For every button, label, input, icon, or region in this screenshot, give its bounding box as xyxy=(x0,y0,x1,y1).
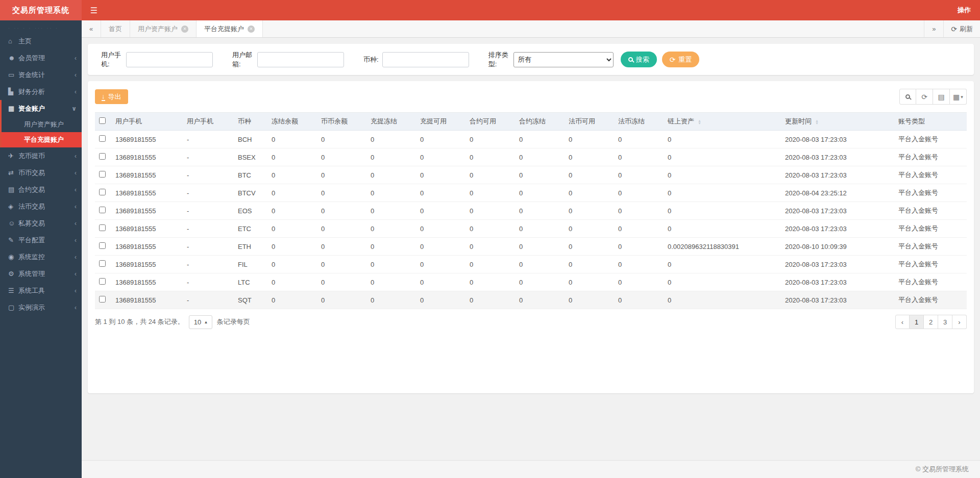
cell: - xyxy=(183,131,234,148)
member-icon: ☻ xyxy=(8,54,18,62)
sidebar-item-system-monitor[interactable]: ◉系统监控‹ xyxy=(2,248,82,265)
sidebar-item-finance-analysis[interactable]: ▙财务分析‹ xyxy=(2,83,82,100)
sort-type-select[interactable]: 所有 xyxy=(513,52,614,67)
page-button-3[interactable]: 3 xyxy=(938,315,952,329)
reset-button[interactable]: ⟳ 重置 xyxy=(662,52,700,67)
column-header[interactable]: 链上资产▲▼ xyxy=(664,113,781,131)
row-checkbox[interactable] xyxy=(99,189,106,195)
cell: 0 xyxy=(664,202,781,220)
row-checkbox[interactable] xyxy=(99,224,106,231)
cell: 0 xyxy=(267,238,317,256)
app-brand: 交易所管理系统 xyxy=(0,0,82,20)
search-button[interactable]: 搜索 xyxy=(621,52,657,67)
chevron-left-icon: ‹ xyxy=(75,270,77,278)
cell: 0 xyxy=(366,131,416,148)
page-size-button[interactable]: 10 ▴ xyxy=(189,315,212,329)
row-checkbox[interactable] xyxy=(99,296,106,303)
system-admin-icon: ⚙ xyxy=(8,270,18,278)
column-header-label: 充提冻结 xyxy=(371,117,397,125)
sidebar-item-fiat-trading[interactable]: ◈法币交易‹ xyxy=(2,198,82,215)
cell: 0 xyxy=(465,238,515,256)
sidebar-item-contract-trading[interactable]: ▤合约交易‹ xyxy=(2,181,82,198)
tab-refresh-button[interactable]: ⟳ 刷新 xyxy=(943,20,980,37)
cell: 0 xyxy=(267,148,317,166)
sidebar-item-demo[interactable]: ▢实例演示‹ xyxy=(2,299,82,316)
column-header[interactable]: 更新时间▲▼ xyxy=(781,113,894,131)
cell: 2020-08-03 17:23:03 xyxy=(781,131,894,148)
tabs-scroll-right-icon[interactable]: » xyxy=(924,20,943,37)
row-checkbox[interactable] xyxy=(99,171,106,178)
sidebar-item-deposit-withdraw[interactable]: ✈充币提币‹ xyxy=(2,147,82,164)
coin-input[interactable] xyxy=(382,52,469,67)
column-header-label: 用户手机 xyxy=(187,117,213,125)
sidebar-item-system-tools[interactable]: ☰系统工具‹ xyxy=(2,282,82,299)
sort-icon[interactable]: ▲▼ xyxy=(815,119,819,124)
sidebar: · ·· · · ··· ·· · ⌂主页☻会员管理‹▭资金统计‹▙财务分析‹▦… xyxy=(0,20,82,478)
cell: 0 xyxy=(366,202,416,220)
cell: 0 xyxy=(366,184,416,202)
tabs-scroll-left-icon[interactable]: « xyxy=(82,20,101,37)
cell: 0 xyxy=(366,238,416,256)
cell: ETC xyxy=(234,220,267,238)
user-email-input[interactable] xyxy=(257,52,344,67)
select-all-checkbox[interactable] xyxy=(99,117,106,124)
row-checkbox[interactable] xyxy=(99,260,106,267)
tab-platform-deposit-accounts[interactable]: 平台充提账户× xyxy=(197,20,263,37)
cell: 0 xyxy=(366,273,416,291)
row-checkbox[interactable] xyxy=(99,242,106,249)
cell: - xyxy=(183,202,234,220)
prev-page-button[interactable]: ‹ xyxy=(895,315,910,329)
sidebar-item-fund-accounts[interactable]: ▦资金账户∨ xyxy=(2,100,82,117)
chevron-left-icon: ‹ xyxy=(75,153,77,160)
cell: 平台入金账号 xyxy=(894,273,967,291)
action-menu[interactable]: 操作 xyxy=(948,0,980,20)
sidebar-item-home[interactable]: ⌂主页 xyxy=(2,33,82,49)
cell: 13689181555 xyxy=(111,238,183,256)
detail-view-button[interactable]: ▤ xyxy=(933,89,950,105)
toggle-search-button[interactable] xyxy=(899,89,916,105)
cell: 0 xyxy=(515,131,565,148)
user-phone-input[interactable] xyxy=(126,52,213,67)
sidebar-item-platform-config[interactable]: ✎平台配置‹ xyxy=(2,232,82,248)
tab-close-icon[interactable]: × xyxy=(181,26,188,33)
sidebar-item-label: 财务分析 xyxy=(18,87,45,96)
cell: 0 xyxy=(317,131,366,148)
cell: 0 xyxy=(614,131,664,148)
caret-up-icon: ▴ xyxy=(205,319,207,324)
cell: 0 xyxy=(565,220,614,238)
cell: 0 xyxy=(465,291,515,309)
sidebar-item-spot-trading[interactable]: ⇄币币交易‹ xyxy=(2,164,82,181)
row-checkbox[interactable] xyxy=(99,278,106,285)
next-page-button[interactable]: › xyxy=(952,315,967,329)
tab-home[interactable]: 首页 xyxy=(101,20,130,37)
row-checkbox[interactable] xyxy=(99,207,106,213)
refresh-table-button[interactable]: ⟳ xyxy=(916,89,933,105)
cell: 0 xyxy=(614,238,664,256)
sidebar-item-private-trading[interactable]: ☺私募交易‹ xyxy=(2,215,82,232)
columns-button[interactable]: ▦▾ xyxy=(950,89,967,105)
cell: 0 xyxy=(664,220,781,238)
hamburger-icon[interactable]: ☰ xyxy=(82,0,106,20)
cell: 0 xyxy=(317,273,366,291)
row-checkbox[interactable] xyxy=(99,153,106,160)
sidebar-item-members[interactable]: ☻会员管理‹ xyxy=(2,49,82,66)
cell: 0 xyxy=(465,184,515,202)
sidebar-item-fund-stats[interactable]: ▭资金统计‹ xyxy=(2,66,82,83)
tab-close-icon[interactable]: × xyxy=(248,26,255,33)
column-header: 合约可用 xyxy=(465,113,515,131)
sidebar-menu: ⌂主页☻会员管理‹▭资金统计‹▙财务分析‹▦资金账户∨用户资产账户平台充提账户✈… xyxy=(0,33,82,316)
row-checkbox[interactable] xyxy=(99,135,106,142)
page-button-2[interactable]: 2 xyxy=(924,315,938,329)
export-button[interactable]: ↓ 导出 xyxy=(95,89,128,104)
cell: 0 xyxy=(515,202,565,220)
tab-user-asset-accounts[interactable]: 用户资产账户× xyxy=(130,20,197,37)
page-button-1[interactable]: 1 xyxy=(910,315,924,329)
column-header-label: 用户手机 xyxy=(115,117,142,125)
cell: 0 xyxy=(267,131,317,148)
table-row: 13689181555-FIL0000000002020-08-03 17:23… xyxy=(95,256,967,273)
sidebar-item-system-admin[interactable]: ⚙系统管理‹ xyxy=(2,265,82,282)
sort-icon[interactable]: ▲▼ xyxy=(698,119,701,124)
sidebar-subitem-user-asset-accounts[interactable]: 用户资产账户 xyxy=(2,117,82,132)
cell: 0 xyxy=(317,220,366,238)
sidebar-subitem-platform-deposit-accounts[interactable]: 平台充提账户 xyxy=(2,132,82,147)
